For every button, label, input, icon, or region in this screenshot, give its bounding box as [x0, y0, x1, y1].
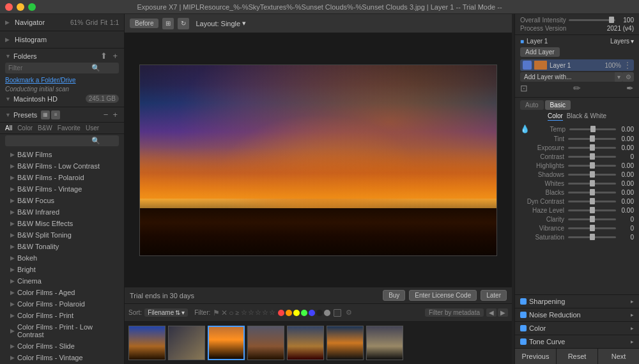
layer-visibility-icon[interactable]: [523, 61, 532, 70]
folder-import-button[interactable]: ⬆: [99, 51, 109, 61]
collapsible-section-color[interactable]: Color▸: [515, 321, 639, 335]
bookmark-folder-link[interactable]: Bookmark a Folder/Drive: [5, 75, 119, 85]
color-dot-6[interactable]: [324, 310, 330, 316]
preset-item[interactable]: ▶Color Films - Print: [0, 310, 124, 321]
layout-selector[interactable]: Layout: Single ▾: [196, 19, 246, 27]
filmstrip-thumbnail[interactable]: [247, 326, 284, 360]
color-dot-2[interactable]: [293, 310, 300, 316]
preset-item[interactable]: ▶Color Films - Vintage: [0, 352, 124, 363]
eraser-tool-button[interactable]: ✒: [626, 83, 634, 93]
slider-track-other-5[interactable]: [568, 192, 616, 193]
white-balance-dropper[interactable]: 💧: [520, 125, 530, 133]
slider-track-other-10[interactable]: [568, 236, 616, 238]
slider-track-other-6[interactable]: [568, 201, 616, 202]
preset-item[interactable]: ▶Color Films - Polaroid: [0, 298, 124, 310]
preset-item[interactable]: ▶B&W Films - Vintage: [0, 183, 124, 195]
unflagged-filter-icon[interactable]: ○: [229, 308, 233, 317]
preset-item[interactable]: ▶Bokeh: [0, 252, 124, 264]
color-mode-btn[interactable]: Color: [548, 112, 563, 121]
preset-item[interactable]: ▶B&W Focus: [0, 195, 124, 206]
reject-filter-icon[interactable]: ✕: [221, 308, 227, 317]
filmstrip-thumbnail[interactable]: [366, 326, 403, 360]
filmstrip-prev-arrow[interactable]: ◀: [486, 308, 497, 317]
disk-name[interactable]: Macintosh HD: [13, 95, 58, 103]
color-dot-1[interactable]: [286, 310, 292, 316]
intensity-slider[interactable]: [569, 19, 615, 21]
add-layer-with-button[interactable]: Add Layer with...: [520, 72, 615, 82]
flag-filter-icon[interactable]: ⚑: [213, 308, 220, 317]
star-3[interactable]: ☆: [255, 308, 261, 317]
list-view-button[interactable]: ≡: [51, 110, 60, 119]
slider-thumb-other-7[interactable]: [590, 207, 595, 213]
auto-tab[interactable]: Auto: [520, 100, 544, 110]
color-dot-4[interactable]: [309, 310, 315, 316]
filmstrip-thumbnail[interactable]: [287, 326, 324, 360]
folder-search-input[interactable]: [8, 64, 91, 72]
add-layer-with-dropdown[interactable]: ▾: [615, 72, 623, 82]
grid-label[interactable]: Grid: [86, 19, 98, 26]
no-color-filter[interactable]: [334, 309, 341, 317]
sort-selector[interactable]: Filename ⇅ ▾: [144, 308, 188, 317]
add-layer-settings[interactable]: ⚙: [623, 72, 634, 82]
fit-label[interactable]: Fit: [100, 19, 107, 26]
slider-thumb-0[interactable]: [590, 126, 596, 132]
next-button[interactable]: Next: [598, 349, 639, 364]
folder-search-box[interactable]: 🔍: [5, 63, 119, 73]
slider-track-other-2[interactable]: [568, 165, 616, 167]
layout-value[interactable]: Single: [221, 20, 241, 27]
slider-thumb-other-1[interactable]: [590, 153, 595, 160]
collapsible-section-sharpening[interactable]: Sharpening▸: [515, 294, 639, 308]
slider-track-0[interactable]: [569, 128, 616, 130]
presets-add-button[interactable]: +: [111, 110, 119, 119]
star-5[interactable]: ☆: [269, 308, 275, 317]
slider-thumb-other-0[interactable]: [590, 144, 595, 151]
preset-item[interactable]: ▶B&W Split Toning: [0, 229, 124, 241]
slider-thumb-other-9[interactable]: [590, 225, 595, 231]
slider-thumb-other-8[interactable]: [590, 216, 595, 222]
preset-item[interactable]: ▶B&W Films - Low Contrast: [0, 160, 124, 172]
slider-thumb-other-3[interactable]: [590, 171, 595, 178]
filter-tab-all[interactable]: All: [5, 125, 12, 132]
metadata-search-icon[interactable]: ⚙: [346, 308, 352, 317]
preset-search-input[interactable]: [8, 137, 91, 144]
color-dot-3[interactable]: [301, 310, 307, 316]
grid-view-button[interactable]: ▦: [41, 110, 50, 119]
bw-mode-btn[interactable]: Black & White: [567, 112, 606, 121]
filter-tab-color[interactable]: Color: [17, 125, 33, 132]
later-button[interactable]: Later: [481, 290, 507, 301]
filmstrip-thumbnail[interactable]: [208, 326, 245, 360]
ratio-label[interactable]: 1:1: [110, 19, 119, 26]
preset-item[interactable]: ▶Color Films - Aged: [0, 287, 124, 298]
filmstrip-thumbnail[interactable]: [128, 326, 166, 360]
preset-item[interactable]: ▶B&W Misc Effects: [0, 218, 124, 229]
layers-panel-toggle[interactable]: Layers ▾: [610, 38, 634, 45]
minimize-button[interactable]: [17, 3, 24, 11]
basic-tab[interactable]: Basic: [545, 100, 571, 110]
star-2[interactable]: ☆: [248, 308, 254, 317]
slider-track-other-9[interactable]: [568, 227, 616, 229]
filter-tab-favorite[interactable]: Favorite: [58, 125, 81, 132]
filmstrip-thumbnail[interactable]: [327, 326, 364, 360]
crop-tool-button[interactable]: ⊡: [520, 83, 528, 93]
color-dot-0[interactable]: [278, 310, 284, 316]
buy-button[interactable]: Buy: [383, 290, 405, 301]
star-4[interactable]: ☆: [262, 308, 268, 317]
slider-track-other-4[interactable]: [568, 183, 616, 185]
filter-tab-bw[interactable]: B&W: [38, 125, 52, 132]
color-dot-5[interactable]: [316, 310, 323, 316]
zoom-percent[interactable]: 61%: [70, 19, 83, 26]
before-button[interactable]: Before: [130, 19, 158, 28]
add-layer-button[interactable]: Add Layer: [520, 47, 560, 57]
layer-menu-button[interactable]: ⋮: [624, 61, 631, 70]
layer-name[interactable]: Layer 1: [550, 62, 602, 69]
brush-tool-button[interactable]: ✏: [573, 83, 581, 93]
star-1[interactable]: ☆: [241, 308, 247, 317]
previous-button[interactable]: Previous: [515, 349, 557, 364]
preset-item[interactable]: ▶B&W Films: [0, 149, 124, 160]
slider-track-1[interactable]: [568, 138, 616, 140]
intensity-slider-handle[interactable]: [609, 17, 614, 23]
preset-item[interactable]: ▶Color Films - Slide: [0, 340, 124, 352]
slider-thumb-other-4[interactable]: [590, 180, 595, 186]
fullscreen-button[interactable]: [28, 3, 36, 11]
filmstrip-thumbnail[interactable]: [168, 326, 205, 360]
